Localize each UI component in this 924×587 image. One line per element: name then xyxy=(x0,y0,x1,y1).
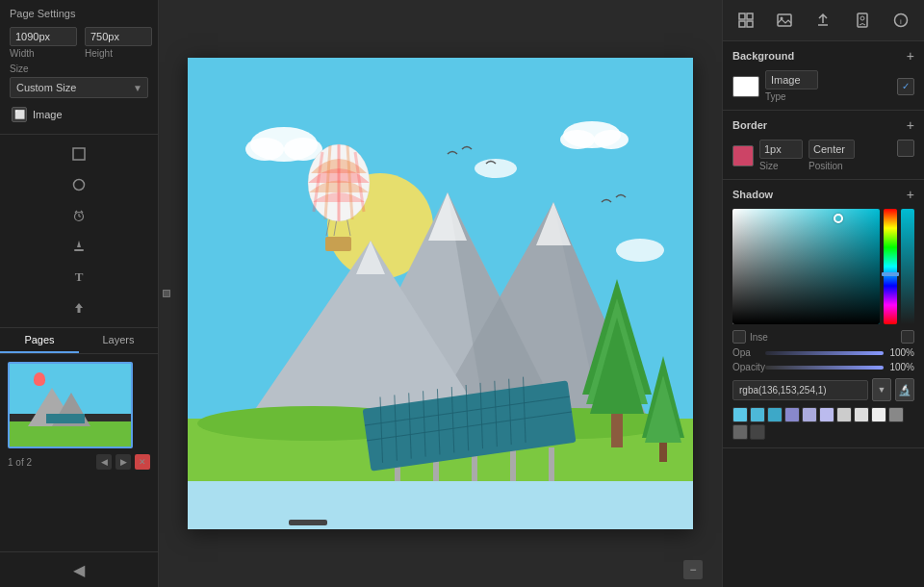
swatch-9[interactable] xyxy=(888,407,904,422)
prev-page-btn[interactable]: ◀ xyxy=(96,454,112,470)
border-position-select[interactable]: Center Inside Outside xyxy=(808,140,855,159)
hue-indicator[interactable] xyxy=(882,272,899,276)
next-page-btn[interactable]: ▶ xyxy=(116,454,131,470)
background-add-btn[interactable]: + xyxy=(907,49,914,63)
swatch-1[interactable] xyxy=(750,407,765,422)
background-row: Image Color Gradient Type ✓ xyxy=(732,70,914,102)
swatch-10[interactable] xyxy=(732,424,748,440)
svg-point-72 xyxy=(860,16,864,20)
hue-bar[interactable] xyxy=(884,209,897,324)
tools-panel: T xyxy=(0,135,158,328)
swatch-8[interactable] xyxy=(871,407,886,422)
border-color-swatch[interactable] xyxy=(732,145,754,166)
svg-point-17 xyxy=(594,130,629,149)
svg-rect-67 xyxy=(739,21,745,27)
upload-tool[interactable] xyxy=(65,294,92,321)
border-size-label: Size xyxy=(759,161,803,171)
svg-text:i: i xyxy=(900,17,902,26)
swatch-2[interactable] xyxy=(767,407,783,422)
shadow-header: Shadow + xyxy=(732,188,914,201)
border-size-wrap: Size xyxy=(759,140,803,171)
width-wrap: Width xyxy=(10,27,77,59)
color-gradient-main[interactable] xyxy=(732,209,880,324)
svg-rect-0 xyxy=(73,148,85,160)
page-settings-title: Page Settings xyxy=(10,8,148,19)
close-page-btn[interactable]: ✕ xyxy=(135,454,150,470)
eyedropper-btn[interactable]: 🔬 xyxy=(895,378,914,401)
background-type-select[interactable]: Image Color Gradient xyxy=(765,70,818,89)
canvas-area: − xyxy=(159,0,722,587)
svg-rect-66 xyxy=(747,13,753,19)
right-toolbar: i xyxy=(723,0,924,41)
rgba-input[interactable] xyxy=(732,380,868,400)
mini-balloon xyxy=(34,372,45,386)
swatch-11[interactable] xyxy=(750,424,765,440)
left-panel: Page Settings Width Height Size Custom S… xyxy=(0,0,159,587)
width-input[interactable] xyxy=(10,27,77,46)
rgba-dropdown-btn[interactable]: ▼ xyxy=(872,378,891,401)
size-label: Size xyxy=(10,64,148,74)
size-select[interactable]: Custom Size A4 Letter xyxy=(10,77,148,98)
svg-rect-68 xyxy=(747,21,753,27)
scroll-h-handle[interactable] xyxy=(289,520,327,525)
svg-point-16 xyxy=(560,130,595,149)
svg-rect-31 xyxy=(188,481,693,529)
nav-left-arrow[interactable]: ◀ xyxy=(67,558,90,581)
svg-point-13 xyxy=(245,138,284,161)
rgba-row: ▼ 🔬 xyxy=(732,378,914,401)
background-color-swatch[interactable] xyxy=(732,76,759,97)
image-icon-btn[interactable] xyxy=(770,6,799,35)
opacity-sublabel-val: 100% xyxy=(887,362,914,372)
opacity-slider-track[interactable] xyxy=(765,351,884,355)
zoom-minus-btn[interactable]: − xyxy=(683,560,703,579)
alarm-tool[interactable] xyxy=(65,202,92,229)
background-section: Background + Image Color Gradient Type ✓ xyxy=(723,41,924,111)
tabs-row: Pages Layers xyxy=(0,328,158,354)
circle-tool[interactable] xyxy=(65,171,92,198)
pages-layers: Pages Layers 1 of 2 xyxy=(0,328,158,551)
shadow-title: Shadow xyxy=(732,189,773,200)
color-picker-handle[interactable] xyxy=(834,214,843,223)
upload-icon-btn[interactable] xyxy=(808,6,837,35)
background-type-label: Type xyxy=(765,91,891,102)
svg-marker-9 xyxy=(75,303,83,313)
grid-icon-btn[interactable] xyxy=(732,6,760,35)
background-checkmark[interactable]: ✓ xyxy=(897,78,914,95)
svg-point-19 xyxy=(616,239,664,262)
text-tool[interactable]: T xyxy=(65,264,92,291)
inset-checkbox[interactable] xyxy=(732,330,746,344)
border-size-input[interactable] xyxy=(759,140,803,159)
background-title: Background xyxy=(732,50,794,62)
border-add-btn[interactable]: + xyxy=(907,118,914,132)
tab-pages[interactable]: Pages xyxy=(0,328,79,353)
swatch-0[interactable] xyxy=(732,407,748,422)
pen-tool[interactable] xyxy=(65,233,92,260)
tab-layers[interactable]: Layers xyxy=(79,328,158,353)
svg-rect-65 xyxy=(739,13,745,19)
swatch-6[interactable] xyxy=(836,407,852,422)
page-thumbnail[interactable] xyxy=(8,362,133,448)
page-settings: Page Settings Width Height Size Custom S… xyxy=(0,0,158,135)
swatch-4[interactable] xyxy=(802,407,817,422)
svg-marker-8 xyxy=(77,241,81,247)
opacity-bar[interactable] xyxy=(901,209,914,324)
svg-rect-7 xyxy=(74,249,84,251)
opacity-sub-row: Opacity 100% xyxy=(732,362,914,372)
handle-6[interactable] xyxy=(163,290,170,297)
portrait-icon-btn[interactable] xyxy=(848,6,877,35)
mini-solar xyxy=(46,414,85,423)
border-checkmark[interactable] xyxy=(897,140,914,157)
page-number-row: 1 of 2 ◀ ▶ ✕ xyxy=(8,452,150,472)
opacity-row: Opa 100% xyxy=(732,347,914,358)
swatch-3[interactable] xyxy=(784,407,800,422)
border-row: Size Center Inside Outside Position xyxy=(732,140,914,171)
height-input[interactable] xyxy=(85,27,152,46)
swatch-5[interactable] xyxy=(819,407,834,422)
swatch-7[interactable] xyxy=(854,407,869,422)
shadow-checkbox2[interactable] xyxy=(901,330,914,344)
info-icon-btn[interactable]: i xyxy=(886,6,915,35)
opacity-sublabel-slider[interactable] xyxy=(765,366,884,370)
shadow-add-btn[interactable]: + xyxy=(907,188,914,201)
right-panel: i Background + Image Color Gradient Type xyxy=(722,0,924,587)
select-tool[interactable] xyxy=(65,140,92,167)
